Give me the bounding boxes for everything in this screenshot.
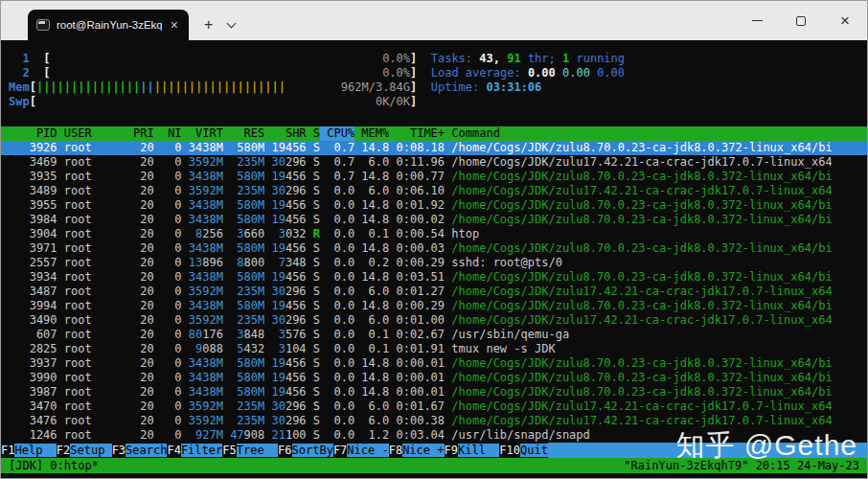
terminal-screen[interactable]: 1 [0.0%] 2 [0.0%]Mem[|||||||||||||||||||… xyxy=(1,40,867,478)
process-row-607[interactable]: 607root2008017638483576S0.00.10:02.67/us… xyxy=(1,328,867,342)
col-header-user[interactable]: USER xyxy=(64,126,126,141)
window-controls: × xyxy=(735,1,867,40)
process-row-3469[interactable]: 3469root2003592M235M30296S0.76.00:11.96/… xyxy=(1,155,867,170)
process-row-3935[interactable]: 3935root2003438M580M19456S0.714.80:00.77… xyxy=(1,170,867,184)
process-row-3926[interactable]: 3926root2003438M580M19456S0.714.80:08.18… xyxy=(1,141,867,155)
process-row-2557[interactable]: 2557root2001389688007348S0.00.20:00.29ss… xyxy=(1,256,867,270)
swp-meter: Swp[0K/0K] xyxy=(9,95,417,109)
terminal-window: root@RainYun-3zEkqhT9: /ho × + × 1 [0.0%… xyxy=(0,0,868,479)
fkey-f5-tree[interactable]: F5Tree xyxy=(222,443,278,458)
fkey-f1-help[interactable]: F1Help xyxy=(1,443,57,458)
col-header-cpu%[interactable]: CPU% xyxy=(320,126,354,141)
fkey-f2-setup[interactable]: F2Setup xyxy=(57,443,112,458)
process-row-3487[interactable]: 3487root2003592M235M30296S0.06.00:01.27/… xyxy=(1,285,867,299)
process-row-3984[interactable]: 3984root2003438M580M19456S0.014.80:00.02… xyxy=(1,213,867,227)
minimize-button[interactable] xyxy=(735,1,779,40)
tmux-session-info: [JDK] 0:htop* xyxy=(9,458,99,473)
col-header-virt[interactable]: VIRT xyxy=(182,126,223,141)
col-header-pid[interactable]: PID xyxy=(9,126,57,141)
process-table-header: PIDUSERPRINIVIRTRESSHRSCPU%MEM%TIME+Comm… xyxy=(1,126,867,141)
fkey-f4-filter[interactable]: F4Filter xyxy=(167,443,222,458)
stats-line-2: Uptime: 03:31:06 xyxy=(431,80,625,95)
close-button[interactable]: × xyxy=(823,1,867,40)
process-row-3990[interactable]: 3990root2003438M580M19456S0.014.80:00.01… xyxy=(1,371,867,385)
col-header-s[interactable]: S xyxy=(307,126,320,141)
terminal-icon xyxy=(36,19,50,31)
cpu2-meter: 2 [0.0%] xyxy=(9,66,417,80)
process-row-3955[interactable]: 3955root2003438M580M19456S0.014.80:01.92… xyxy=(1,198,867,213)
maximize-button[interactable] xyxy=(779,1,823,40)
fkey-f6-sortby[interactable]: F6SortBy xyxy=(278,443,333,458)
col-header-res[interactable]: RES xyxy=(223,126,264,141)
fkey-f7-nice--[interactable]: F7Nice - xyxy=(333,443,389,458)
tab-dropdown-icon[interactable] xyxy=(228,17,235,33)
col-header-mem%[interactable]: MEM% xyxy=(354,126,389,141)
fkey-f3-search[interactable]: F3Search xyxy=(112,443,168,458)
process-row-3994[interactable]: 3994root2003438M580M19456S0.014.80:00.29… xyxy=(1,299,867,313)
process-row-3987[interactable]: 3987root2003438M580M19456S0.014.80:00.01… xyxy=(1,385,867,399)
stats-line-1: Load average: 0.00 0.00 0.00 xyxy=(431,66,625,80)
meter-panel: 1 [0.0%] 2 [0.0%]Mem[|||||||||||||||||||… xyxy=(9,52,417,109)
new-tab-button[interactable]: + xyxy=(204,17,213,33)
mem-meter: Mem[||||||||||||||||||||||||||||||||||||… xyxy=(9,80,417,95)
process-row-3971[interactable]: 3971root2003438M580M19456S0.014.80:00.03… xyxy=(1,241,867,256)
fkey-f9-kill[interactable]: F9Kill xyxy=(445,443,500,458)
watermark: 知乎 @Gethe xyxy=(675,426,857,466)
process-table: 3926root2003438M580M19456S0.714.80:08.18… xyxy=(1,141,867,443)
process-row-3490[interactable]: 3490root2003592M235M30296S0.06.00:01.00/… xyxy=(1,313,867,328)
fkey-f10-quit[interactable]: F10Quit xyxy=(499,443,548,458)
col-header-command[interactable]: Command xyxy=(451,126,500,141)
process-row-2825[interactable]: 2825root200908854323104S0.00.10:01.91tmu… xyxy=(1,342,867,356)
cpu1-meter: 1 [0.0%] xyxy=(9,52,417,66)
process-row-3934[interactable]: 3934root2003438M580M19456S0.014.80:03.51… xyxy=(1,270,867,285)
col-header-shr[interactable]: SHR xyxy=(264,126,306,141)
stats-line-0: Tasks: 43, 91 thr; 1 running xyxy=(431,52,625,66)
titlebar: root@RainYun-3zEkqhT9: /ho × + × xyxy=(1,1,867,40)
process-row-3904[interactable]: 3904root200825636603032R0.00.10:00.54hto… xyxy=(1,227,867,241)
process-row-3489[interactable]: 3489root2003592M235M30296S0.06.00:06.10/… xyxy=(1,184,867,198)
htop-header: 1 [0.0%] 2 [0.0%]Mem[|||||||||||||||||||… xyxy=(1,52,867,109)
col-header-ni[interactable]: NI xyxy=(154,126,182,141)
stats-panel: Tasks: 43, 91 thr; 1 runningLoad average… xyxy=(431,52,625,109)
col-header-pri[interactable]: PRI xyxy=(126,126,154,141)
col-header-time+[interactable]: TIME+ xyxy=(389,126,445,141)
tab-title: root@RainYun-3zEkqhT9: /ho xyxy=(57,19,162,31)
process-row-3937[interactable]: 3937root2003438M580M19456S0.014.80:00.01… xyxy=(1,356,867,371)
fkey-f8-nice-+[interactable]: F8Nice + xyxy=(389,443,445,458)
terminal-tab[interactable]: root@RainYun-3zEkqhT9: /ho × xyxy=(28,10,189,40)
tab-close-icon[interactable]: × xyxy=(169,18,180,32)
process-row-3470[interactable]: 3470root2003592M235M30296S0.06.00:01.67/… xyxy=(1,399,867,414)
